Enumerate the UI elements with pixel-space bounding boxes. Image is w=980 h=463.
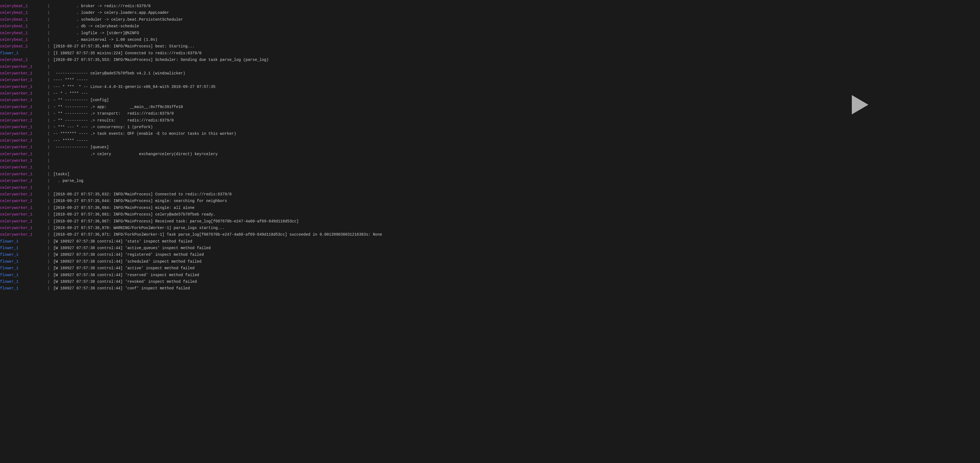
service-label: celerybeat_1	[0, 23, 44, 29]
pipe-separator: |	[45, 43, 52, 49]
log-line: celerybeat_1 | . broker -> redis://redis…	[0, 3, 980, 10]
service-label: flower_1	[0, 278, 44, 285]
pipe-separator: |	[45, 97, 52, 103]
pipe-separator: |	[45, 37, 52, 43]
pipe-separator: |	[45, 218, 52, 224]
log-content: [W 180927 07:57:38 control:44] 'active_q…	[53, 245, 211, 251]
pipe-separator: |	[45, 265, 52, 271]
log-content: - ** ---------- .> results: redis://redi…	[53, 118, 174, 124]
log-content: - *** --- * --- .> concurrency: 1 (prefo…	[53, 124, 153, 130]
pipe-separator: |	[45, 272, 52, 278]
log-line: celeryworker_1 | [2018-09-27 07:57:36,68…	[0, 211, 980, 218]
log-line: celerybeat_1 | . maxinterval -> 1.00 sec…	[0, 37, 980, 43]
log-content: . loader -> celery.loaders.app.AppLoader	[53, 10, 169, 16]
log-content: . scheduler -> celery.beat.PersistentSch…	[53, 16, 183, 22]
service-label: celeryworker_1	[0, 110, 44, 116]
pipe-separator: |	[45, 23, 52, 29]
log-content: [2018-09-27 07:57:35,553: INFO/MainProce…	[53, 57, 269, 63]
log-content: . db -> celerybeat-schedule	[53, 23, 139, 29]
log-content: [2018-09-27 07:57:36,871: INFO/ForkPoolW…	[53, 231, 382, 237]
log-content: [2018-09-27 07:57:35,644: INFO/MainProce…	[53, 198, 227, 204]
log-content: -- * - **** ---	[53, 91, 88, 97]
log-line: celeryworker_1 | --- * *** * -- Linux-4.…	[0, 83, 980, 90]
service-label: celeryworker_1	[0, 70, 44, 76]
log-line: flower_1 | [I 180927 07:57:35 mixins:224…	[0, 50, 980, 57]
log-line: celeryworker_1 | [2018-09-27 07:57:36,86…	[0, 218, 980, 224]
log-content: [2018-09-27 07:57:35,632: INFO/MainProce…	[53, 191, 232, 197]
service-label: celeryworker_1	[0, 151, 44, 157]
service-label: celeryworker_1	[0, 84, 44, 90]
pipe-separator: |	[45, 185, 52, 191]
service-label: celeryworker_1	[0, 191, 44, 197]
log-content: [W 180927 07:57:38 control:44] 'stats' i…	[53, 239, 192, 245]
service-label: celerybeat_1	[0, 43, 44, 49]
log-line: celeryworker_1 | - *** --- * --- .> conc…	[0, 124, 980, 130]
log-line: celerybeat_1 | [2018-09-27 07:57:35,553:…	[0, 57, 980, 63]
service-label: celeryworker_1	[0, 124, 44, 130]
pipe-separator: |	[45, 251, 52, 258]
service-label: celeryworker_1	[0, 178, 44, 184]
log-content: [2018-09-27 07:57:36,664: INFO/MainProce…	[53, 205, 194, 211]
pipe-separator: |	[45, 64, 52, 70]
log-content: [W 180927 07:57:38 control:44] 'register…	[53, 251, 204, 258]
service-label: celeryworker_1	[0, 218, 44, 224]
log-line: flower_1 | [W 180927 07:57:38 control:44…	[0, 245, 980, 251]
service-label: flower_1	[0, 239, 44, 245]
pipe-separator: |	[45, 171, 52, 177]
service-label: celeryworker_1	[0, 171, 44, 177]
service-label: flower_1	[0, 251, 44, 258]
log-line: celeryworker_1 | - ** ---------- .> tran…	[0, 110, 980, 117]
pipe-separator: |	[45, 137, 52, 143]
service-label: celeryworker_1	[0, 64, 44, 70]
service-label: celerybeat_1	[0, 37, 44, 43]
log-line: flower_1 | [W 180927 07:57:38 control:44…	[0, 272, 980, 278]
service-label: celeryworker_1	[0, 130, 44, 137]
pipe-separator: |	[45, 50, 52, 56]
pipe-separator: |	[45, 91, 52, 97]
log-content: [2018-09-27 07:57:36,870: WARNING/ForkPo…	[53, 225, 225, 231]
log-content: . broker -> redis://redis:6379/0	[53, 3, 151, 9]
log-line: celeryworker_1 | -- * - **** ---	[0, 90, 980, 97]
log-line: celeryworker_1 | - ** ---------- [config…	[0, 97, 980, 103]
log-line: flower_1 | [W 180927 07:57:38 control:44…	[0, 278, 980, 285]
log-content: .> celery exchange=celery(direct) key=ce…	[53, 151, 218, 157]
service-label: celeryworker_1	[0, 91, 44, 97]
log-line: celeryworker_1 | . parse_log	[0, 178, 980, 184]
service-label: flower_1	[0, 285, 44, 291]
pipe-separator: |	[45, 70, 52, 76]
log-content: [tasks]	[53, 171, 70, 177]
log-content: [2018-09-27 07:57:35,449: INFO/MainProce…	[53, 43, 194, 49]
log-line: celeryworker_1 | --- ***** -----	[0, 137, 980, 144]
pipe-separator: |	[45, 205, 52, 211]
service-label: celeryworker_1	[0, 231, 44, 237]
log-content: - ** ---------- .> app: __main__:0x7f0c3…	[53, 104, 183, 110]
service-label: celeryworker_1	[0, 104, 44, 110]
service-label: celeryworker_1	[0, 164, 44, 170]
pipe-separator: |	[45, 84, 52, 90]
log-line: celeryworker_1 |	[0, 164, 980, 170]
log-content: [W 180927 07:57:38 control:44] 'conf' in…	[53, 285, 190, 291]
log-content: -------------- [queues]	[53, 144, 109, 150]
log-content: [2018-09-27 07:57:36,867: INFO/MainProce…	[53, 218, 299, 224]
pipe-separator: |	[45, 151, 52, 157]
log-content: . parse_log	[53, 178, 83, 184]
pipe-separator: |	[45, 57, 52, 63]
log-line: celeryworker_1 | [2018-09-27 07:57:36,66…	[0, 205, 980, 211]
log-content: --- * *** * -- Linux-4.4.0-31-generic-x8…	[53, 84, 215, 90]
log-line: celerybeat_1 | . logfile -> [stderr]@%IN…	[0, 30, 980, 37]
service-label: celeryworker_1	[0, 158, 44, 164]
log-content: - ** ---------- .> transport: redis://re…	[53, 110, 174, 116]
log-line: celeryworker_1 | -- ******* ---- .> task…	[0, 130, 980, 137]
log-content: [W 180927 07:57:38 control:44] 'reserved…	[53, 272, 199, 278]
play-button[interactable]	[848, 94, 870, 116]
log-line: celeryworker_1 | ---- **** -----	[0, 76, 980, 83]
log-line: celeryworker_1 | [2018-09-27 07:57:36,87…	[0, 224, 980, 231]
pipe-separator: |	[45, 225, 52, 231]
pipe-separator: |	[45, 10, 52, 16]
service-label: flower_1	[0, 245, 44, 251]
log-line: flower_1 | [W 180927 07:57:38 control:44…	[0, 238, 980, 245]
service-label: flower_1	[0, 258, 44, 264]
pipe-separator: |	[45, 3, 52, 9]
pipe-separator: |	[45, 285, 52, 291]
log-line: celerybeat_1 | [2018-09-27 07:57:35,449:…	[0, 43, 980, 49]
